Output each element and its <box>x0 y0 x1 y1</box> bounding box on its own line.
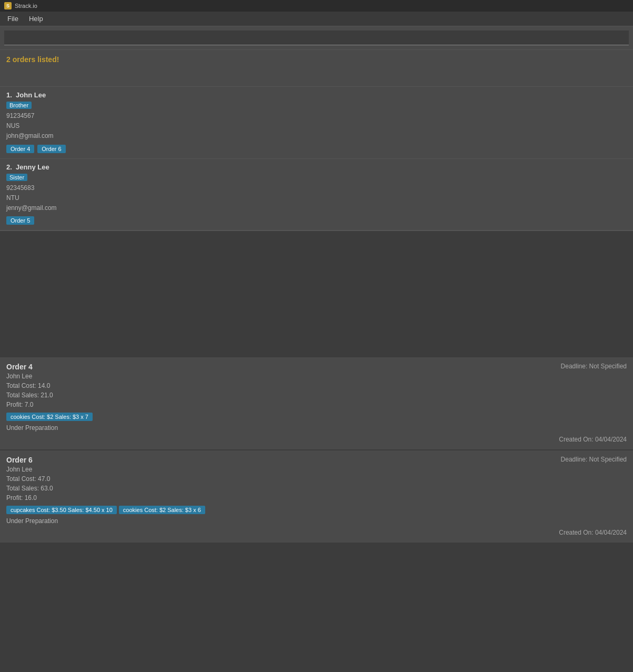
order-card: Order 6 Deadline: Not Specified John Lee… <box>0 450 633 544</box>
app-title: Strack.io <box>15 3 37 9</box>
search-bar <box>0 26 633 50</box>
order-total-sales: Total Sales: 63.0 <box>6 484 627 493</box>
contact-email: jenny@gmail.com <box>6 203 627 213</box>
order-profit: Profit: 7.0 <box>6 400 627 409</box>
contact-name: 1. John Lee <box>6 91 627 99</box>
item-tag: cupcakes Cost: $3.50 Sales: $4.50 x 10 <box>6 506 117 514</box>
item-tag: cookies Cost: $2 Sales: $3 x 7 <box>6 413 93 421</box>
order-tag[interactable]: Order 4 <box>6 145 34 153</box>
spacer <box>0 231 633 357</box>
order-created: Created On: 04/04/2024 <box>6 436 627 443</box>
order-deadline: Deadline: Not Specified <box>561 456 627 463</box>
order-status: Under Preparation <box>6 517 627 525</box>
contact-school: NTU <box>6 193 627 203</box>
orders-count: 2 orders listed! <box>6 55 627 64</box>
menu-file[interactable]: File <box>2 13 24 25</box>
contact-phone: 91234567 <box>6 111 627 121</box>
order-total-cost: Total Cost: 14.0 <box>6 381 627 390</box>
order-items: cupcakes Cost: $3.50 Sales: $4.50 x 10co… <box>6 503 627 514</box>
title-bar: S Strack.io <box>0 0 633 12</box>
item-tag: cookies Cost: $2 Sales: $3 x 6 <box>119 506 205 514</box>
order-profit: Profit: 16.0 <box>6 493 627 503</box>
order-total-sales: Total Sales: 21.0 <box>6 390 627 400</box>
orders-section: Order 4 Deadline: Not Specified John Lee… <box>0 357 633 544</box>
order-card: Order 4 Deadline: Not Specified John Lee… <box>0 357 633 450</box>
contact-list: 1. John Lee Brother 91234567 NUS john@gm… <box>0 87 633 231</box>
order-title: Order 6 <box>6 456 33 464</box>
order-customer: John Lee <box>6 466 627 473</box>
contact-phone: 92345683 <box>6 183 627 193</box>
order-deadline: Deadline: Not Specified <box>561 363 627 370</box>
order-created: Created On: 04/04/2024 <box>6 529 627 536</box>
summary-bar: 2 orders listed! <box>0 50 633 87</box>
search-input[interactable] <box>4 31 629 45</box>
order-items: cookies Cost: $2 Sales: $3 x 7 <box>6 409 627 421</box>
order-total-cost: Total Cost: 47.0 <box>6 474 627 484</box>
contact-item: 2. Jenny Lee Sister 92345683 NTU jenny@g… <box>0 159 633 230</box>
contact-name: 2. Jenny Lee <box>6 163 627 171</box>
order-status: Under Preparation <box>6 424 627 432</box>
contact-email: john@gmail.com <box>6 131 627 141</box>
order-title: Order 4 <box>6 363 33 371</box>
order-header: Order 4 Deadline: Not Specified <box>6 363 627 373</box>
contact-orders: Order 5 <box>6 216 627 225</box>
app-icon: S <box>4 2 12 9</box>
contact-tag: Sister <box>6 174 27 181</box>
contact-orders: Order 4Order 6 <box>6 145 627 153</box>
order-header: Order 6 Deadline: Not Specified <box>6 456 627 466</box>
contact-item: 1. John Lee Brother 91234567 NUS john@gm… <box>0 87 633 159</box>
order-tag[interactable]: Order 5 <box>6 216 34 225</box>
menu-bar: File Help <box>0 12 633 26</box>
contact-tag: Brother <box>6 102 32 109</box>
order-customer: John Lee <box>6 373 627 380</box>
menu-help[interactable]: Help <box>24 13 48 25</box>
contact-school: NUS <box>6 121 627 131</box>
order-tag[interactable]: Order 6 <box>37 145 65 153</box>
bottom-area <box>0 544 633 649</box>
